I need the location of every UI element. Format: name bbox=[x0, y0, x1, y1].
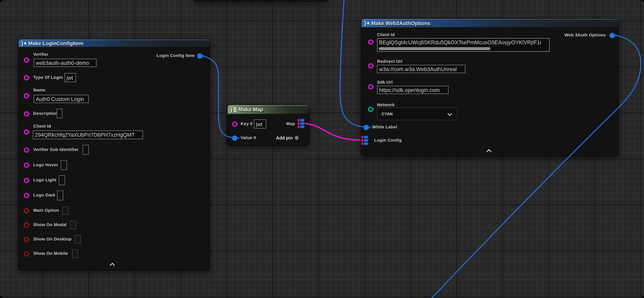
verifier-field[interactable] bbox=[34, 59, 96, 67]
network-dropdown[interactable]: CYAN bbox=[377, 108, 458, 120]
wire-map-to-loginconfig[interactable] bbox=[305, 124, 360, 140]
pin-label-name: Name bbox=[33, 88, 45, 93]
input-pin-client-id[interactable] bbox=[368, 39, 373, 44]
pin-label-network: Network bbox=[377, 102, 395, 108]
input-pin-key0[interactable] bbox=[232, 121, 237, 126]
pin-label-client-id: Client Id bbox=[33, 124, 51, 129]
pin-label-key0: Key 0 bbox=[241, 121, 253, 126]
add-pin-plus-icon: ⊕ bbox=[294, 135, 299, 140]
pin-label-show-on-mobile: Show On Mobile bbox=[33, 251, 68, 256]
name-field[interactable] bbox=[34, 95, 89, 103]
input-pin-show-on-desktop[interactable] bbox=[24, 236, 29, 242]
input-pin-show-on-modal[interactable] bbox=[24, 222, 29, 228]
input-pin-sdk-url[interactable] bbox=[368, 84, 373, 89]
make-map-icon: } bbox=[230, 107, 236, 112]
description-field[interactable] bbox=[57, 109, 62, 118]
input-pin-description[interactable] bbox=[24, 111, 29, 116]
wire-offscreen-to-whitelabel[interactable] bbox=[340, 0, 363, 127]
pin-label-type-of-login: Type Of Login bbox=[33, 75, 63, 80]
pin-label-web3auth-options: Web 3Auth Options bbox=[564, 32, 606, 38]
client-id-field[interactable] bbox=[33, 130, 143, 139]
pin-label-verifier: Verifier bbox=[33, 52, 48, 57]
pin-label-white-label: White Label bbox=[372, 124, 397, 130]
input-pin-value0[interactable] bbox=[232, 135, 237, 140]
logo-hover-field[interactable] bbox=[61, 160, 67, 170]
input-pin-white-label[interactable] bbox=[363, 124, 368, 130]
node-title: Make LoginConfigItem bbox=[28, 40, 84, 46]
pin-label-logo-dark: Logo Dark bbox=[33, 192, 55, 198]
pin-label-map: Map bbox=[286, 121, 295, 126]
node-title: Make Map bbox=[238, 107, 263, 112]
node-header-make-map[interactable]: } Make Map bbox=[228, 105, 309, 114]
sdk-url-field[interactable] bbox=[377, 86, 448, 94]
input-pin-logo-light[interactable] bbox=[24, 178, 29, 183]
pin-label-logo-hover: Logo Hover bbox=[33, 162, 58, 168]
node-header-make-loginconfigitem[interactable]: } Make LoginConfigItem bbox=[18, 40, 210, 47]
network-selected-value: CYAN bbox=[378, 112, 393, 116]
show-on-modal-checkbox[interactable] bbox=[70, 221, 76, 229]
offscreen-node-partial[interactable] bbox=[193, 0, 328, 2]
type-of-login-field[interactable] bbox=[64, 73, 76, 82]
logo-dark-field[interactable] bbox=[57, 190, 63, 200]
pin-label-show-on-modal: Show On Modal bbox=[33, 222, 66, 228]
pin-label-redirect-url: Redirect Url bbox=[377, 59, 402, 64]
pin-label-logo-light: Logo Light bbox=[33, 177, 56, 183]
input-pin-show-on-mobile[interactable] bbox=[24, 251, 29, 256]
verifier-sub-identifier-field[interactable] bbox=[82, 145, 89, 155]
dropdown-chevron-icon bbox=[448, 111, 452, 116]
main-option-checkbox[interactable] bbox=[62, 206, 68, 215]
node-title: Make Web3AuthOptions bbox=[371, 20, 430, 26]
node-header-make-web3authoptions[interactable]: } Make Web3AuthOptions bbox=[362, 19, 618, 28]
add-pin-label: Add pin bbox=[276, 135, 293, 140]
pin-label-main-option: Main Option bbox=[33, 208, 59, 213]
client-id-field[interactable]: BEglQSgt4cUWcj6SKRdu5QkOXTsePmMcusG5EAoy… bbox=[377, 38, 550, 52]
make-struct-icon: } bbox=[21, 41, 26, 46]
blueprint-graph-canvas[interactable]: } Make LoginConfigItem Login Config Item… bbox=[0, 0, 644, 298]
node-make-loginconfigitem[interactable]: } Make LoginConfigItem Login Config Item… bbox=[18, 39, 210, 270]
input-pin-logo-dark[interactable] bbox=[24, 193, 29, 198]
collapse-advanced-pins-icon[interactable] bbox=[486, 149, 492, 154]
node-make-map[interactable]: } Make Map Key 0 Map Value 0 Add pin ⊕ bbox=[227, 105, 309, 146]
output-pin-map[interactable] bbox=[298, 119, 304, 128]
pin-label-show-on-desktop: Show On Desktop bbox=[33, 236, 72, 242]
show-on-desktop-checkbox[interactable] bbox=[75, 235, 81, 244]
client-id-text: BEglQSgt4cUWcj6SKRdu5QkOXTsePmMcusG5EAoy… bbox=[379, 39, 548, 46]
logo-light-field[interactable] bbox=[59, 175, 65, 185]
pin-label-sdk-url: Sdk Url bbox=[377, 80, 393, 85]
pin-label-verifier-sub-identifier: Verifier Sub Identifier bbox=[33, 147, 78, 152]
key0-field[interactable] bbox=[254, 120, 266, 128]
make-struct-icon: } bbox=[364, 20, 369, 26]
input-pin-client-id[interactable] bbox=[24, 129, 29, 134]
pin-label-login-config: Login Config bbox=[374, 138, 402, 143]
input-pin-logo-hover[interactable] bbox=[24, 162, 29, 168]
input-pin-main-option[interactable] bbox=[24, 208, 29, 213]
pin-label-client-id: Client Id bbox=[377, 32, 395, 37]
input-pin-login-config[interactable] bbox=[362, 136, 368, 145]
input-pin-redirect-url[interactable] bbox=[368, 63, 373, 68]
input-pin-name[interactable] bbox=[24, 93, 29, 98]
redirect-url-field[interactable] bbox=[377, 65, 466, 73]
show-on-mobile-checkbox[interactable] bbox=[72, 250, 78, 258]
node-make-web3authoptions[interactable]: } Make Web3AuthOptions Web 3Auth Options… bbox=[361, 18, 618, 156]
client-id-scrollbar[interactable] bbox=[379, 47, 490, 50]
pin-label-description: Description bbox=[33, 111, 58, 116]
input-pin-verifier-sub-identifier[interactable] bbox=[24, 147, 29, 152]
add-pin-button[interactable]: Add pin ⊕ bbox=[276, 135, 299, 140]
input-pin-type-of-login[interactable] bbox=[24, 75, 29, 80]
pin-label-login-config-item: Login Config Item bbox=[157, 53, 195, 58]
input-pin-verifier[interactable] bbox=[24, 57, 29, 62]
pin-label-value0: Value 0 bbox=[241, 135, 256, 140]
input-pin-network[interactable] bbox=[368, 106, 373, 112]
collapse-advanced-pins-icon[interactable] bbox=[110, 263, 115, 268]
